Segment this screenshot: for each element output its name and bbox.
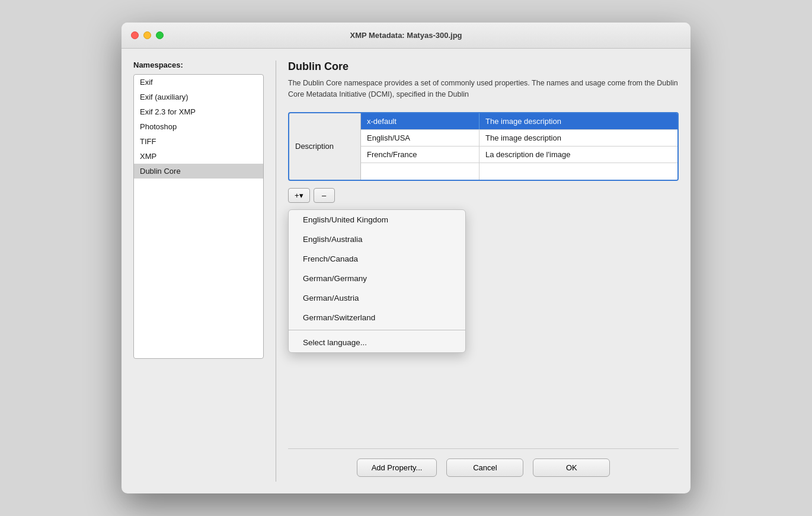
add-language-button[interactable]: +▾	[288, 188, 310, 203]
table-inner: x-default The image description English/…	[360, 113, 677, 180]
dropdown-item-en-au[interactable]: English/Australia	[289, 230, 465, 249]
dialog-footer: Add Property... Cancel OK	[288, 448, 679, 482]
property-table-container: Description x-default The image descript…	[288, 112, 679, 181]
namespaces-label: Namespaces:	[133, 60, 264, 69]
property-label: Description	[289, 113, 360, 180]
cell-language-empty	[361, 163, 479, 180]
cell-value: The image description	[479, 113, 677, 129]
sidebar-item-dublin-core[interactable]: Dublin Core	[134, 164, 263, 179]
cell-value-empty	[479, 163, 677, 180]
sidebar-item-exif[interactable]: Exif	[134, 75, 263, 90]
table-row-empty[interactable]	[361, 163, 677, 180]
minimize-button[interactable]	[143, 31, 151, 39]
sidebar-item-exif-xmp[interactable]: Exif 2.3 for XMP	[134, 104, 263, 119]
cell-language: English/USA	[361, 130, 479, 146]
traffic-lights	[131, 31, 164, 39]
titlebar: XMP Metadata: Matyas-300.jpg	[122, 23, 690, 49]
cell-language: French/France	[361, 146, 479, 163]
main-area: Dublin Core The Dublin Core namespace pr…	[288, 60, 679, 482]
table-row[interactable]: French/France La description de l'image	[361, 146, 677, 163]
cell-value: The image description	[479, 130, 677, 146]
sidebar-divider	[276, 60, 276, 482]
remove-language-button[interactable]: –	[314, 188, 335, 203]
ok-button[interactable]: OK	[533, 458, 610, 477]
add-property-button[interactable]: Add Property...	[357, 458, 437, 477]
maximize-button[interactable]	[156, 31, 164, 39]
cell-language: x-default	[361, 113, 479, 129]
table-row[interactable]: English/USA The image description	[361, 130, 677, 146]
language-dropdown: English/United Kingdom English/Australia…	[288, 209, 466, 353]
dropdown-item-de-de[interactable]: German/Germany	[289, 269, 465, 288]
table-row[interactable]: x-default The image description	[361, 113, 677, 130]
sidebar-item-xmp[interactable]: XMP	[134, 149, 263, 164]
sidebar: Namespaces: Exif Exif (auxiliary) Exif 2…	[133, 60, 264, 482]
dropdown-item-select-language[interactable]: Select language...	[289, 333, 465, 352]
table-action-buttons: +▾ – English/United Kingdom English/Aust…	[288, 188, 679, 203]
property-row: Description x-default The image descript…	[289, 113, 677, 180]
main-window: XMP Metadata: Matyas-300.jpg Namespaces:…	[122, 23, 690, 493]
dropdown-separator	[289, 330, 465, 330]
section-title: Dublin Core	[288, 60, 679, 73]
cell-value: La description de l'image	[479, 146, 677, 163]
sidebar-item-photoshop[interactable]: Photoshop	[134, 119, 263, 134]
section-description: The Dublin Core namespace provides a set…	[288, 78, 679, 100]
cancel-button[interactable]: Cancel	[446, 458, 523, 477]
namespace-list: Exif Exif (auxiliary) Exif 2.3 for XMP P…	[133, 74, 264, 359]
content-area: Namespaces: Exif Exif (auxiliary) Exif 2…	[122, 49, 690, 493]
window-title: XMP Metadata: Matyas-300.jpg	[350, 31, 462, 40]
dropdown-item-de-ch[interactable]: German/Switzerland	[289, 308, 465, 327]
sidebar-item-exif-auxiliary[interactable]: Exif (auxiliary)	[134, 90, 263, 104]
dropdown-item-de-at[interactable]: German/Austria	[289, 288, 465, 308]
dropdown-item-fr-ca[interactable]: French/Canada	[289, 249, 465, 269]
close-button[interactable]	[131, 31, 139, 39]
dropdown-item-en-uk[interactable]: English/United Kingdom	[289, 210, 465, 230]
sidebar-item-tiff[interactable]: TIFF	[134, 134, 263, 149]
